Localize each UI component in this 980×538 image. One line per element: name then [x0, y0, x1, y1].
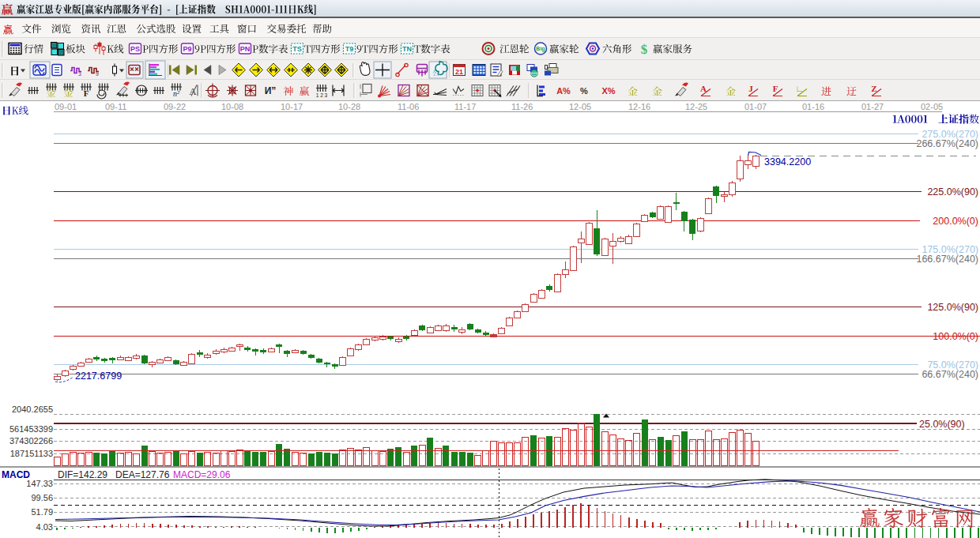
- svg-text:12-16: 12-16: [628, 102, 650, 111]
- svg-text:Big: Big: [536, 46, 545, 52]
- svg-text:PS: PS: [130, 45, 140, 53]
- svg-text:T9: T9: [345, 45, 354, 53]
- svg-text:9: 9: [96, 71, 99, 77]
- svg-text:X%: X%: [601, 86, 615, 96]
- svg-text:A%: A%: [556, 86, 571, 96]
- svg-text:$: $: [641, 42, 648, 57]
- svg-text:01-27: 01-27: [861, 102, 884, 111]
- svg-text:11-06: 11-06: [398, 102, 419, 111]
- svg-text:09-01: 09-01: [55, 102, 77, 111]
- svg-text:10-28: 10-28: [338, 102, 360, 111]
- svg-text:12-25: 12-25: [685, 102, 707, 111]
- svg-text:10-08: 10-08: [221, 102, 243, 111]
- svg-text:11-26: 11-26: [511, 102, 533, 111]
- svg-text:51.79: 51.79: [31, 507, 53, 517]
- svg-text:DEA=127.76: DEA=127.76: [115, 469, 170, 480]
- svg-text:166.67%(240): 166.67%(240): [916, 254, 978, 265]
- svg-text:F: F: [773, 84, 778, 93]
- svg-text:И”: И”: [265, 85, 277, 96]
- svg-text:4.03: 4.03: [36, 522, 53, 532]
- svg-text:F: F: [84, 88, 89, 98]
- svg-text:PN: PN: [240, 45, 251, 53]
- svg-text:10-17: 10-17: [281, 102, 303, 111]
- svg-text:01-07: 01-07: [744, 102, 767, 111]
- svg-text:561453399: 561453399: [9, 424, 53, 434]
- svg-text:Z: Z: [871, 84, 876, 93]
- svg-text:66.67%(240): 66.67%(240): [922, 369, 978, 380]
- svg-text:266.67%(240): 266.67%(240): [916, 138, 978, 149]
- svg-text:374302266: 374302266: [9, 436, 53, 446]
- svg-text:01-16: 01-16: [802, 102, 824, 111]
- svg-text:225.0%(90): 225.0%(90): [927, 186, 978, 198]
- svg-text:12-05: 12-05: [569, 102, 591, 111]
- svg-text:A: A: [700, 84, 707, 93]
- svg-text:99.56: 99.56: [31, 493, 53, 502]
- svg-text:09-11: 09-11: [105, 102, 126, 111]
- svg-text:21: 21: [455, 68, 463, 76]
- svg-text:3394.2200: 3394.2200: [764, 156, 811, 167]
- svg-text:%: %: [580, 86, 588, 96]
- svg-text:DIF=142.29: DIF=142.29: [58, 469, 107, 480]
- svg-text:09-22: 09-22: [164, 102, 186, 111]
- svg-text:125.0%(90): 125.0%(90): [927, 302, 978, 313]
- svg-text:200.0%(0): 200.0%(0): [933, 216, 978, 227]
- svg-text:187151133: 187151133: [10, 449, 53, 458]
- svg-text:2040.2655: 2040.2655: [12, 404, 53, 414]
- svg-text:2217.6799: 2217.6799: [75, 371, 122, 382]
- svg-text:3: 3: [78, 71, 81, 77]
- svg-text:TS: TS: [292, 45, 302, 53]
- svg-text:02-05: 02-05: [921, 102, 943, 111]
- svg-text:P9: P9: [183, 45, 191, 53]
- svg-text:MACD=29.06: MACD=29.06: [173, 469, 231, 480]
- svg-text:J: J: [748, 84, 753, 93]
- svg-text:1 2 3: 1 2 3: [316, 92, 328, 98]
- svg-text:100.0%(0): 100.0%(0): [933, 331, 978, 342]
- svg-text:147.33: 147.33: [26, 479, 53, 488]
- svg-text:11-17: 11-17: [454, 102, 476, 111]
- svg-text:TN: TN: [402, 45, 412, 53]
- svg-text:25.0%(90): 25.0%(90): [919, 419, 965, 430]
- svg-text:n²: n²: [173, 89, 180, 98]
